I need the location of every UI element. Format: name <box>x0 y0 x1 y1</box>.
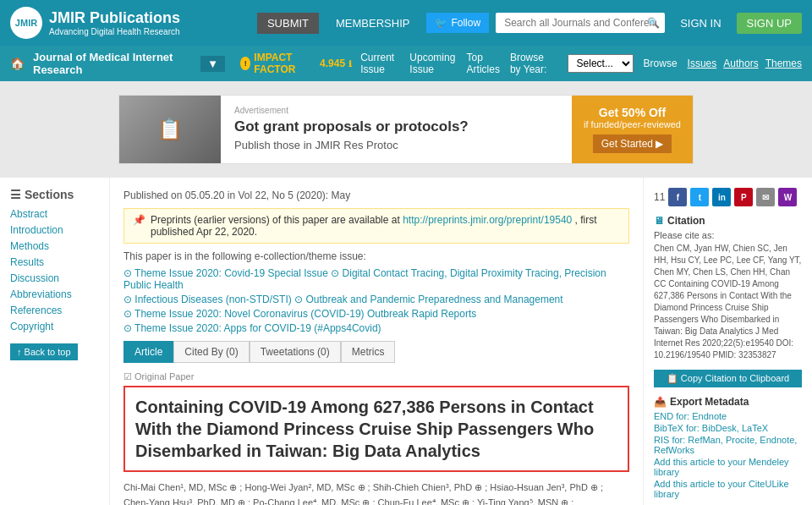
sidebar-item-methods[interactable]: Methods <box>10 240 99 252</box>
citation-header: 🖥 Citation <box>654 215 802 227</box>
ecollection-item-3: ⊙ Theme Issue 2020: Apps for COVID-19 (#… <box>123 322 629 334</box>
tab-article[interactable]: Article <box>123 341 173 363</box>
sidebar-item-references[interactable]: References <box>10 305 99 316</box>
ecollection-item-1: ⊙ Infectious Diseases (non-STD/STI) ⊙ Ou… <box>123 294 629 305</box>
sidebar-item-abstract[interactable]: Abstract <box>10 208 99 220</box>
main-container: ☰ Sections Abstract Introduction Methods… <box>0 178 812 505</box>
export-section: 📤 Export Metadata END for: Endnote BibTe… <box>654 396 802 499</box>
sidebar-item-copyright[interactable]: Copyright <box>10 321 99 332</box>
ecollection-item-0: ⊙ Theme Issue 2020: Covid-19 Special Iss… <box>123 267 629 291</box>
browse-themes-link[interactable]: Themes <box>765 58 802 69</box>
sidebar-item-abbreviations[interactable]: Abbreviations <box>10 288 99 300</box>
preprint-link[interactable]: http://preprints.jmir.org/preprint/19540 <box>403 214 572 226</box>
membership-button[interactable]: MEMBERSHIP <box>326 13 420 34</box>
tabs-bar: Article Cited By (0) Tweetations (0) Met… <box>123 341 629 363</box>
ad-cta-sub: if funded/peer-reviewed <box>584 119 681 129</box>
impact-factor-badge: ! IMPACT FACTOR 4.945 ℹ <box>240 52 352 75</box>
ad-cta-title: Get 50% Off <box>599 106 666 119</box>
ad-label: Advertisement <box>234 106 558 115</box>
submit-button[interactable]: SUBMIT <box>257 13 319 34</box>
browse-items: Issues Authors Themes <box>688 58 802 69</box>
sections-title: ☰ Sections <box>10 188 99 201</box>
home-icon: 🏠 <box>10 57 25 70</box>
export-link-3[interactable]: Add this article to your Mendeley librar… <box>654 457 802 477</box>
wechat-button[interactable]: W <box>778 188 797 206</box>
export-link-4[interactable]: Add this article to your CiteULike libra… <box>654 479 802 499</box>
browse-authors-link[interactable]: Authors <box>723 58 758 69</box>
sidebar-item-discussion[interactable]: Discussion <box>10 272 99 284</box>
export-link-0[interactable]: END for: Endnote <box>654 411 802 421</box>
ad-banner: 📋 Advertisement Got grant proposals or p… <box>118 95 694 164</box>
copy-citation-button[interactable]: 📋 Copy Citation to Clipboard <box>654 370 802 387</box>
signup-button[interactable]: SIGN UP <box>737 13 802 34</box>
twitter-button[interactable]: t <box>690 188 709 206</box>
current-issue-link[interactable]: Current Issue <box>360 52 399 75</box>
paper-title: Containing COVID-19 Among 627,386 Person… <box>135 396 617 462</box>
ad-cta-button[interactable]: Get Started ▶ <box>593 134 672 153</box>
export-header: 📤 Export Metadata <box>654 396 802 408</box>
menu-icon: ☰ <box>10 188 21 201</box>
top-articles-link[interactable]: Top Articles <box>467 52 500 75</box>
pinterest-button[interactable]: P <box>734 188 753 206</box>
upcoming-issue-link[interactable]: Upcoming Issue <box>409 52 456 75</box>
nav-links: Current Issue Upcoming Issue Top Article… <box>360 52 802 75</box>
logo-icon: JMIR <box>10 7 42 39</box>
tab-cited-by[interactable]: Cited By (0) <box>173 341 249 363</box>
citation-label: Please cite as: <box>654 230 802 240</box>
citation-box: 🖥 Citation Please cite as: Chen CM, Jyan… <box>654 215 802 387</box>
paper-title-box: Containing COVID-19 Among 627,386 Person… <box>123 386 629 472</box>
ecollection-label: This paper is in the following e-collect… <box>123 250 629 262</box>
preprint-text: Preprints (earlier versions) of this pap… <box>151 214 620 238</box>
social-bar: 11 f t in P ✉ W <box>654 188 802 206</box>
social-count: 11 <box>654 191 665 203</box>
ad-cta[interactable]: Get 50% Off if funded/peer-reviewed Get … <box>572 96 693 163</box>
logo-area: JMIR JMIR Publications Advancing Digital… <box>10 7 180 39</box>
year-select[interactable]: Select... <box>568 54 634 73</box>
journal-dropdown-button[interactable]: ▼ <box>200 56 225 72</box>
authors-line2: Chen-Yang Hsu³, PhD, MD ⊕ ; Po-Chang Lee… <box>123 496 629 505</box>
header: JMIR JMIR Publications Advancing Digital… <box>0 0 812 46</box>
email-button[interactable]: ✉ <box>756 188 775 206</box>
ad-section: 📋 Advertisement Got grant proposals or p… <box>0 81 812 178</box>
export-icon: 📤 <box>654 396 667 408</box>
impact-info-icon: ℹ <box>348 59 352 69</box>
impact-value: 4.945 <box>320 58 345 69</box>
ecollection-item-2: ⊙ Theme Issue 2020: Novel Coronavirus (C… <box>123 308 629 320</box>
sidebar-item-introduction[interactable]: Introduction <box>10 224 99 236</box>
published-info: Published on 05.05.20 in Vol 22, No 5 (2… <box>123 189 629 201</box>
journal-name: Journal of Medical Internet Research <box>33 51 192 76</box>
facebook-button[interactable]: f <box>668 188 687 206</box>
authors-line1: Chi-Mai Chen¹, MD, MSc ⊕ ; Hong-Wei Jyan… <box>123 480 629 496</box>
ad-content: Advertisement Got grant proposals or pro… <box>221 96 572 163</box>
right-sidebar: 11 f t in P ✉ W 🖥 Citation Please cite a… <box>643 178 812 505</box>
sidebar: ☰ Sections Abstract Introduction Methods… <box>0 178 110 505</box>
browse-label: Browse <box>644 58 678 69</box>
follow-button[interactable]: 🐦 Follow <box>426 13 489 33</box>
signin-button[interactable]: SIGN IN <box>672 13 729 34</box>
preprint-box: 📌 Preprints (earlier versions) of this p… <box>123 208 629 244</box>
search-input[interactable] <box>496 13 665 33</box>
preprint-icon: 📌 <box>133 214 145 238</box>
linkedin-button[interactable]: in <box>712 188 731 206</box>
tab-tweetations[interactable]: Tweetations (0) <box>250 341 341 363</box>
twitter-icon: 🐦 <box>435 17 447 29</box>
export-link-2[interactable]: RIS for: RefMan, Procite, Endnote, RefWo… <box>654 435 802 455</box>
logo-subtitle: Advancing Digital Health Research <box>49 27 180 36</box>
secondary-nav: 🏠 Journal of Medical Internet Research ▼… <box>0 46 812 81</box>
authors: Chi-Mai Chen¹, MD, MSc ⊕ ; Hong-Wei Jyan… <box>123 480 629 505</box>
ad-title: Got grant proposals or protocols? <box>234 118 558 135</box>
sidebar-item-results[interactable]: Results <box>10 256 99 268</box>
header-nav: SUBMIT MEMBERSHIP 🐦 Follow 🔍 SIGN IN SIG… <box>257 13 802 34</box>
browse-issues-link[interactable]: Issues <box>688 58 717 69</box>
export-link-1[interactable]: BibTeX for: BibDesk, LaTeX <box>654 423 802 433</box>
search-icon: 🔍 <box>647 17 660 29</box>
ad-image: 📋 <box>119 96 221 163</box>
citation-icon: 🖥 <box>654 215 664 227</box>
ad-subtitle: Publish those in JMIR Res Protoc <box>234 139 558 151</box>
original-paper-label: ☑ Original Paper <box>123 371 629 382</box>
tab-metrics[interactable]: Metrics <box>341 341 396 363</box>
content-area: Published on 05.05.20 in Vol 22, No 5 (2… <box>110 178 643 505</box>
citation-text: Chen CM, Jyan HW, Chien SC, Jen HH, Hsu … <box>654 243 802 361</box>
browse-by-label: Browse by Year: <box>510 52 557 75</box>
back-to-top-button[interactable]: ↑ Back to top <box>10 343 78 360</box>
